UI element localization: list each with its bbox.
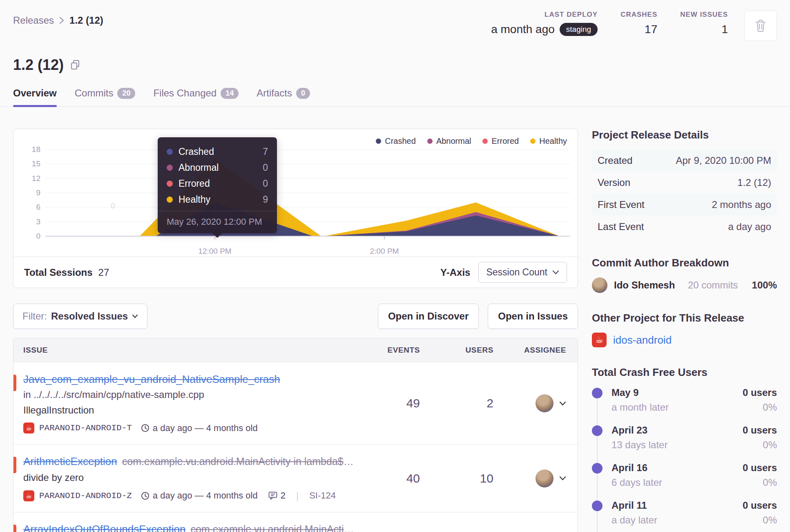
table-row[interactable]: ArithmeticException com.example.vu.andro… (13, 444, 578, 512)
timeline-date: May 9 (611, 387, 639, 398)
new-issues-value: 1 (721, 23, 728, 36)
section-title: Commit Author Breakdown (592, 257, 777, 269)
events-count: 40 (359, 472, 420, 485)
table-row[interactable]: ArrayIndexOutOfBoundsException com.examp… (13, 512, 578, 532)
assignee-avatar[interactable] (536, 469, 553, 487)
open-in-issues-button[interactable]: Open in Issues (488, 304, 578, 329)
y-tick: 12 (32, 174, 40, 183)
timeline-percent: 0% (763, 402, 777, 413)
healthy-dot (167, 197, 173, 203)
delete-release-button[interactable] (744, 11, 777, 41)
tab-files-changed[interactable]: Files Changed 14 (153, 87, 239, 106)
release-sidebar: Project Release Details Created Apr 9, 2… (592, 129, 777, 532)
tooltip-value: 0 (263, 162, 268, 173)
col-header-events: EVENTS (359, 346, 420, 355)
legend-item-healthy[interactable]: Healthy (530, 136, 567, 146)
tabs-divider (0, 106, 790, 107)
timeline-sub: a month later (611, 402, 669, 413)
y-tick: 9 (36, 188, 40, 197)
tooltip-value: 7 (263, 146, 268, 157)
tab-commits[interactable]: Commits 20 (75, 87, 136, 106)
abnormal-dot (427, 139, 433, 144)
project-short-id: PARANOID-ANDROID-Z (39, 491, 132, 501)
assignee-avatar[interactable] (536, 394, 553, 412)
legend-label: Healthy (539, 136, 567, 146)
abnormal-dot (167, 165, 173, 171)
timeline-sub: a day later (611, 514, 657, 526)
tooltip-row-abnormal: Abnormal 0 (167, 160, 268, 176)
stat-label: NEW ISSUES (680, 11, 728, 19)
issue-title-link[interactable]: Java_com_example_vu_android_NativeSample… (23, 373, 280, 386)
tooltip-value: 9 (263, 194, 268, 205)
comment-icon (268, 492, 277, 500)
stacked-area-chart[interactable] (45, 150, 570, 236)
section-title: Total Crash Free Users (592, 366, 777, 379)
detail-row-created: Created Apr 9, 2020 10:00 PM (592, 150, 777, 172)
legend-item-errored[interactable]: Errored (482, 136, 519, 146)
chart-svg (45, 150, 570, 239)
issues-filter-dropdown[interactable]: Filter: Resolved Issues (13, 304, 147, 329)
timeline-users: 0 users (743, 387, 777, 398)
timeline-users: 0 users (743, 500, 777, 511)
tooltip-value: 0 (263, 178, 268, 189)
legend-label: Crashed (385, 136, 416, 146)
project-short-id: PARANOID-ANDROID-T (39, 423, 132, 433)
resolved-indicator-bar (13, 525, 16, 532)
issue-title-link[interactable]: ArithmeticException (23, 455, 117, 468)
section-title: Project Release Details (592, 129, 777, 141)
x-tick-noon: 12:00 PM (198, 247, 231, 256)
author-avatar (592, 277, 607, 293)
timeline-item: May 90 users a month later0% (592, 387, 777, 413)
timeline-date: April 23 (611, 425, 647, 436)
chevron-down-icon[interactable] (559, 401, 566, 406)
issue-location: in ../../../../src/main/cpp/native-sampl… (23, 389, 359, 400)
tooltip-label: Errored (179, 178, 210, 189)
table-row[interactable]: Java_com_example_vu_android_NativeSample… (13, 362, 578, 444)
open-in-discover-button[interactable]: Open in Discover (378, 304, 479, 329)
issue-title-link[interactable]: ArrayIndexOutOfBoundsException (23, 523, 185, 532)
issue-culprit: com.example.vu.android.MainActivity in l… (122, 456, 359, 467)
detail-key: Created (598, 155, 632, 166)
timeline-item: April 230 users 13 days later0% (592, 425, 777, 451)
timeline-dot (592, 501, 603, 511)
tooltip-row-crashed: Crashed 7 (167, 144, 268, 160)
detail-value: 1.2 (12) (737, 177, 771, 188)
detail-key: Last Event (598, 221, 644, 232)
last-deploy-value: a month ago (491, 23, 555, 36)
issue-culprit: com.example.vu.android.MainActiv… (190, 523, 359, 532)
legend-item-crashed[interactable]: Crashed (376, 136, 416, 146)
crash-free-timeline: May 90 users a month later0% April 230 u… (592, 387, 777, 532)
other-project-link[interactable]: idos-android (613, 334, 672, 346)
sessions-chart-card: Crashed Abnormal Errored Healthy (13, 129, 578, 288)
commit-author-breakdown-section: Commit Author Breakdown Ido Shemesh 20 c… (592, 257, 777, 293)
chevron-right-icon (59, 16, 65, 25)
users-count: 2 (420, 396, 493, 410)
chevron-down-icon[interactable] (559, 476, 566, 481)
y-axis-selected-value: Session Count (486, 267, 547, 278)
trash-icon (755, 20, 766, 32)
author-percent: 100% (752, 279, 777, 291)
tab-overview[interactable]: Overview (13, 87, 57, 106)
breadcrumb-releases-link[interactable]: Releases (13, 15, 54, 26)
clock-icon (141, 424, 150, 432)
timeline-date: April 16 (611, 462, 647, 474)
detail-row-version: Version 1.2 (12) (592, 172, 777, 194)
stat-label: CRASHES (620, 11, 657, 19)
copy-icon[interactable] (70, 60, 80, 70)
detail-key: First Event (598, 199, 645, 210)
tab-artifacts[interactable]: Artifacts 0 (257, 87, 310, 106)
tab-count-badge: 14 (221, 88, 239, 99)
chart-legend: Crashed Abnormal Errored Healthy (376, 136, 567, 146)
filter-selected-value: Resolved Issues (51, 311, 128, 322)
legend-item-abnormal[interactable]: Abnormal (427, 136, 471, 146)
y-axis-select[interactable]: Session Count (478, 262, 567, 283)
issues-table-header: ISSUE EVENTS USERS ASSIGNEE (13, 338, 578, 362)
chevron-down-icon (552, 270, 559, 275)
tab-count-badge: 20 (117, 88, 135, 99)
staging-env-badge[interactable]: staging (560, 23, 598, 36)
java-platform-icon: ☕ (23, 490, 34, 501)
col-header-users: USERS (420, 346, 493, 355)
x-tick-2pm: 2:00 PM (370, 247, 399, 256)
timeline-percent: 0% (763, 477, 777, 488)
java-platform-icon: ☕ (592, 333, 607, 347)
